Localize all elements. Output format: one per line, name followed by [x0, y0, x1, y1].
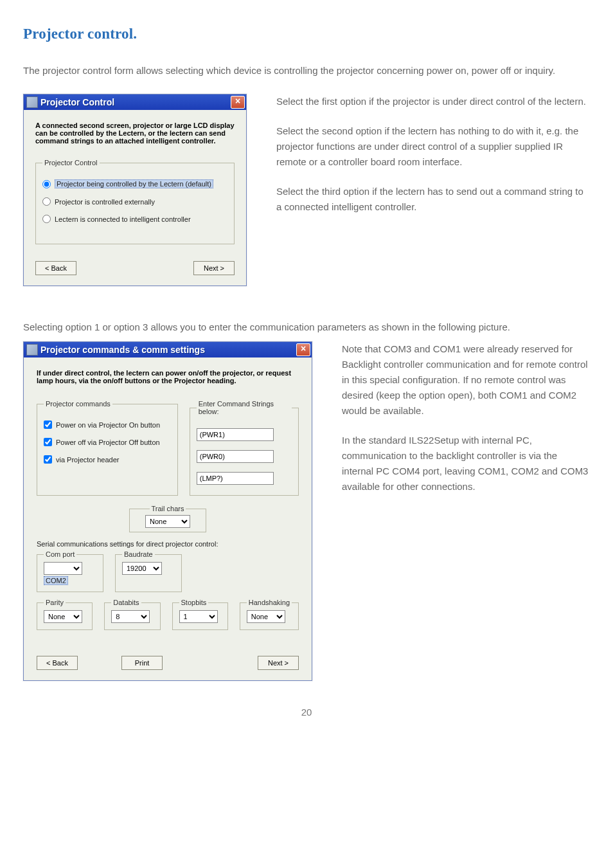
- stopbits-legend: Stopbits: [179, 599, 209, 606]
- stopbits-group: Stopbits 1: [172, 599, 228, 630]
- note-com-reserved: Note that COM3 and COM1 were already res…: [342, 341, 590, 419]
- app-icon: [26, 96, 38, 108]
- next-button[interactable]: Next >: [258, 656, 299, 670]
- note-ils22: In the standard ILS22Setup with internal…: [342, 433, 590, 494]
- cmd-string-lamp[interactable]: [197, 472, 274, 485]
- com-port-select[interactable]: [44, 562, 82, 575]
- titlebar: Projector commands & comm settings ×: [24, 342, 312, 357]
- app-icon: [26, 344, 38, 356]
- radio-lectern-default[interactable]: [42, 180, 51, 188]
- com-port-item[interactable]: COM2: [44, 576, 68, 585]
- com-port-group: Com port COM2: [37, 550, 103, 592]
- radio-intelligent-controller-label: Lectern is connected to intelligent cont…: [55, 215, 191, 223]
- projector-commands-group: Projector commands Power on via Projecto…: [37, 400, 178, 496]
- handshaking-group: Handshaking None: [240, 599, 299, 630]
- serial-heading: Serial communications settings for direc…: [37, 540, 299, 548]
- check-power-on-label: Power on via Projector On button: [56, 421, 160, 429]
- radio-external[interactable]: [42, 197, 51, 206]
- page-number: 20: [23, 707, 590, 718]
- radio-lectern-default-label: Projector being controlled by the Lecter…: [55, 179, 213, 188]
- trail-chars-select[interactable]: None: [145, 515, 190, 528]
- stopbits-select[interactable]: 1: [179, 610, 218, 623]
- next-button[interactable]: Next >: [193, 261, 235, 275]
- projector-commands-window: Projector commands & comm settings × If …: [23, 341, 312, 681]
- window-title: Projector commands & comm settings: [40, 345, 296, 355]
- titlebar: Projector Control ×: [24, 95, 246, 110]
- window-title: Projector Control: [40, 97, 231, 107]
- explain-opt1: Select the first option if the projector…: [276, 94, 590, 109]
- projector-control-group: Projector Control Projector being contro…: [35, 159, 235, 244]
- parity-select[interactable]: None: [44, 610, 82, 623]
- command-strings-legend: Enter Command Strings below:: [197, 400, 292, 415]
- radio-intelligent-controller[interactable]: [42, 215, 51, 223]
- projector-control-window: Projector Control × A connected second s…: [23, 94, 247, 286]
- page-title: Projector control.: [23, 26, 590, 42]
- radio-external-label: Projector is controlled externally: [55, 198, 155, 206]
- explain-opt2: Select the second option if the lectern …: [276, 123, 590, 170]
- parity-group: Parity None: [37, 599, 93, 630]
- after-text: Selecting option 1 or option 3 allows yo…: [23, 320, 590, 335]
- databits-legend: Databits: [111, 599, 141, 606]
- back-button[interactable]: < Back: [37, 656, 78, 670]
- trail-chars-group: Trail chars None: [129, 505, 206, 532]
- back-button[interactable]: < Back: [35, 261, 76, 275]
- parity-legend: Parity: [44, 599, 66, 606]
- handshaking-select[interactable]: None: [247, 610, 285, 623]
- check-header-label: via Projector header: [56, 456, 119, 464]
- check-header[interactable]: [44, 455, 52, 464]
- trail-chars-legend: Trail chars: [150, 505, 186, 512]
- blurb: A connected second screen, projector or …: [35, 122, 235, 145]
- check-power-on[interactable]: [44, 420, 52, 429]
- projector-commands-legend: Projector commands: [44, 400, 112, 408]
- baudrate-legend: Baudrate: [122, 550, 155, 558]
- handshaking-legend: Handshaking: [247, 599, 292, 606]
- command-strings-group: Enter Command Strings below:: [190, 400, 299, 496]
- cmd-string-off[interactable]: [197, 450, 274, 463]
- databits-group: Databits 8: [104, 599, 160, 630]
- check-power-off[interactable]: [44, 438, 52, 446]
- group-legend: Projector Control: [42, 159, 100, 167]
- print-button[interactable]: Print: [121, 656, 163, 670]
- databits-select[interactable]: 8: [111, 610, 150, 623]
- close-icon[interactable]: ×: [231, 96, 245, 109]
- baudrate-group: Baudrate 19200: [115, 550, 182, 592]
- com-port-legend: Com port: [44, 550, 76, 558]
- intro-text: The projector control form allows select…: [23, 63, 590, 78]
- explain-opt3: Select the third option if the lectern h…: [276, 184, 590, 215]
- close-icon[interactable]: ×: [296, 343, 310, 356]
- blurb: If under direct control, the lectern can…: [37, 369, 291, 384]
- baudrate-select[interactable]: 19200: [122, 562, 162, 575]
- check-power-off-label: Power off via Projector Off button: [56, 439, 160, 446]
- cmd-string-on[interactable]: [197, 428, 274, 441]
